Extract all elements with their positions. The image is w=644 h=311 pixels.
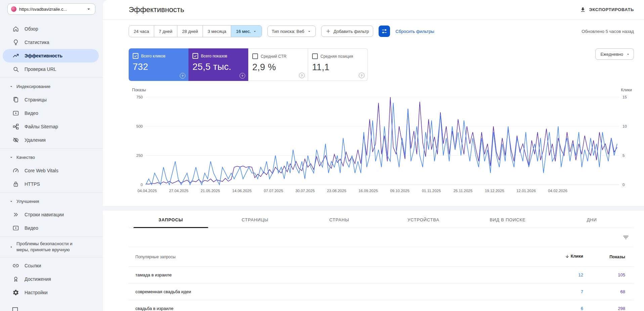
metric-value: 25,5 тыс. bbox=[192, 62, 244, 72]
help-icon[interactable]: ? bbox=[299, 73, 305, 78]
metric-card-ctr[interactable]: Средний CTR 2,9 % ? bbox=[248, 48, 308, 81]
sidebar-nav: Обзор Статистика Эффективность Проверка … bbox=[0, 22, 103, 299]
checkbox-unchecked-icon[interactable] bbox=[252, 53, 258, 59]
checkbox-checked-icon[interactable] bbox=[192, 53, 198, 59]
tab-search-appearance[interactable]: ВИД В ПОИСКЕ bbox=[466, 211, 550, 228]
table-row[interactable]: свадьба в израиле 6 298 bbox=[129, 300, 634, 311]
table-filter-icon[interactable] bbox=[622, 234, 629, 241]
checkbox-checked-icon[interactable] bbox=[133, 53, 138, 59]
tab-countries[interactable]: СТРАНЫ bbox=[297, 211, 381, 228]
tab-devices[interactable]: УСТРОЙСТВА bbox=[381, 211, 466, 228]
range-24h[interactable]: 24 часа bbox=[129, 26, 154, 37]
date-range-group: 24 часа 7 дней 28 дней 3 месяца 16 мес. bbox=[129, 25, 262, 37]
table-row[interactable]: современная свадьба идеи 7 68 bbox=[129, 283, 634, 300]
column-header-label: Клики bbox=[571, 254, 583, 259]
checkbox-unchecked-icon[interactable] bbox=[312, 53, 318, 59]
impressions-cell: 298 bbox=[583, 306, 634, 311]
sidebar-item-label: Обзор bbox=[25, 26, 38, 32]
sidebar-item-videos-enhancement[interactable]: Видео bbox=[3, 221, 99, 235]
sidebar-item-label: Строки навигации bbox=[25, 212, 64, 217]
chevron-right-icon bbox=[9, 245, 13, 249]
sidebar-item-removals[interactable]: Удаления bbox=[3, 133, 99, 147]
search-icon bbox=[12, 66, 19, 73]
divider bbox=[0, 236, 103, 237]
plus-icon bbox=[326, 29, 331, 34]
sidebar-section-experience[interactable]: Качество bbox=[0, 150, 103, 164]
lock-icon bbox=[12, 181, 19, 187]
x-axis-label: 07.07.2025 bbox=[264, 189, 283, 193]
tab-pages[interactable]: СТРАНИЦЫ bbox=[213, 211, 297, 228]
sidebar-item-url-inspection[interactable]: Проверка URL bbox=[3, 62, 99, 76]
sidebar-item-security-manual-actions[interactable]: Проблемы безопасности и меры, принятые в… bbox=[3, 238, 99, 255]
sidebar-item-overview[interactable]: Обзор bbox=[3, 22, 99, 36]
metric-label: Средняя позиция bbox=[320, 54, 353, 59]
granularity-label: Ежедневно bbox=[600, 52, 623, 57]
sidebar-item-core-web-vitals[interactable]: Core Web Vitals bbox=[3, 164, 99, 177]
sidebar-item-insights[interactable]: Статистика bbox=[3, 36, 99, 49]
sidebar-item-pages[interactable]: Страницы bbox=[3, 93, 99, 106]
clicks-axis-tick: 15 bbox=[622, 95, 627, 99]
sidebar-item-label: HTTPS bbox=[25, 181, 40, 187]
add-filter-chip[interactable]: Добавить фильтр bbox=[321, 26, 374, 37]
column-header-clicks[interactable]: Клики bbox=[543, 254, 583, 260]
help-icon[interactable]: ? bbox=[180, 73, 185, 79]
sidebar-section-label: Улучшения bbox=[16, 199, 39, 204]
metric-card-position[interactable]: Средняя позиция 11,1 ? bbox=[308, 48, 368, 81]
sidebar-item-performance[interactable]: Эффективность bbox=[3, 49, 99, 62]
help-icon[interactable]: ? bbox=[359, 73, 364, 78]
sidebar-item-label: Страницы bbox=[25, 97, 47, 102]
property-selector[interactable]: https://svadbavizraile.c... bbox=[7, 3, 95, 15]
sidebar-item-sitemaps[interactable]: Файлы Sitemap bbox=[3, 120, 99, 133]
metrics-row: Всего кликов 732 ? Всего показов 25,5 ты… bbox=[129, 48, 634, 81]
column-header-impressions[interactable]: Показы bbox=[583, 255, 634, 259]
sidebar-section-enhancements[interactable]: Улучшения bbox=[0, 194, 103, 208]
sidebar-item-https[interactable]: HTTPS bbox=[3, 177, 99, 191]
filter-settings-button[interactable] bbox=[379, 26, 390, 37]
main-content: Эффективность ЭКСПОРТИРОВАТЬ 24 часа 7 д… bbox=[103, 0, 644, 311]
sidebar-item-label: Достижения bbox=[25, 276, 51, 282]
performance-chart-svg[interactable]: 750155001025050004.04.202527.04.202521.0… bbox=[129, 94, 634, 194]
x-axis-label: 14.06.2025 bbox=[232, 189, 252, 193]
reset-filters-link[interactable]: Сбросить фильтры bbox=[395, 29, 434, 34]
impressions-axis-tick: 250 bbox=[136, 153, 143, 158]
chevron-down-icon bbox=[626, 52, 630, 56]
sidebar-item-achievements[interactable]: Достижения bbox=[3, 272, 99, 286]
column-header-queries: Популярные запросы bbox=[129, 255, 543, 259]
sidebar-item-settings[interactable]: Настройки bbox=[3, 286, 99, 299]
sort-desc-icon bbox=[565, 254, 569, 259]
granularity-dropdown[interactable]: Ежедневно bbox=[595, 48, 634, 60]
range-28d[interactable]: 28 дней bbox=[177, 26, 203, 37]
x-axis-label: 21.05.2025 bbox=[201, 189, 220, 193]
x-axis-label: 19.12.2025 bbox=[485, 189, 504, 193]
sidebar-item-breadcrumbs[interactable]: Строки навигации bbox=[3, 208, 99, 221]
sidebar-item-video[interactable]: Видео bbox=[3, 106, 99, 120]
feedback-icon[interactable] bbox=[11, 306, 19, 311]
export-button[interactable]: ЭКСПОРТИРОВАТЬ bbox=[580, 7, 634, 13]
search-type-chip[interactable]: Тип поиска: Веб bbox=[267, 26, 316, 37]
sidebar-item-label: Настройки bbox=[25, 290, 48, 295]
tab-dates[interactable]: ДНИ bbox=[550, 211, 634, 228]
x-axis-label: 09.10.2025 bbox=[390, 189, 410, 193]
clicks-cell: 6 bbox=[543, 306, 583, 311]
metric-card-impressions[interactable]: Всего показов 25,5 тыс. ? bbox=[188, 48, 248, 81]
range-16m[interactable]: 16 мес. bbox=[231, 26, 261, 37]
left-axis-title: Показы bbox=[132, 88, 146, 93]
metric-card-clicks[interactable]: Всего кликов 732 ? bbox=[129, 48, 188, 81]
range-7d[interactable]: 7 дней bbox=[154, 26, 177, 37]
page-header: Эффективность ЭКСПОРТИРОВАТЬ bbox=[103, 0, 644, 19]
tab-queries[interactable]: ЗАПРОСЫ bbox=[129, 211, 213, 228]
medal-icon bbox=[12, 276, 19, 282]
table-row[interactable]: тамада в израиле 12 105 bbox=[129, 267, 634, 283]
impressions-cell: 68 bbox=[583, 289, 634, 294]
sidebar-item-links[interactable]: Ссылки bbox=[3, 259, 99, 272]
video-icon bbox=[12, 225, 19, 231]
query-cell: свадьба в израиле bbox=[129, 306, 543, 311]
home-icon bbox=[12, 26, 19, 32]
x-axis-label: 04.04.2025 bbox=[137, 189, 157, 193]
sidebar-section-label: Качество bbox=[16, 155, 35, 160]
range-3m[interactable]: 3 месяца bbox=[203, 26, 231, 37]
x-axis-label: 27.04.2025 bbox=[169, 189, 188, 193]
help-icon[interactable]: ? bbox=[240, 73, 245, 79]
add-filter-label: Добавить фильтр bbox=[334, 29, 369, 34]
sidebar-section-indexing[interactable]: Индексирование bbox=[0, 80, 103, 93]
